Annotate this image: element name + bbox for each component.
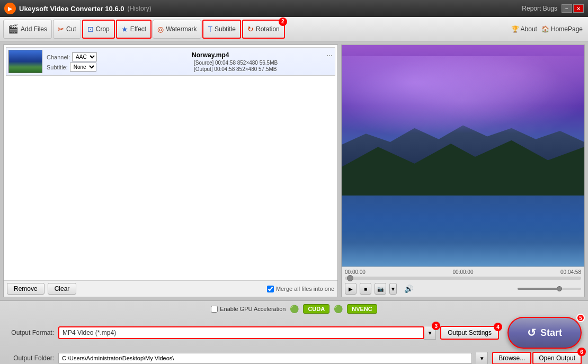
toolbar-right: 🏆 About 🏠 HomePage [511, 25, 583, 33]
progress-thumb[interactable] [347, 275, 353, 281]
crop-button[interactable]: ⊡ Crop [82, 20, 115, 39]
subtitle-button[interactable]: T Subtitle [202, 20, 241, 39]
home-icon: 🏠 [541, 25, 549, 33]
format-input[interactable] [58, 326, 424, 339]
main-content: Channel: AAC Subtitle: None Norway [0, 41, 588, 300]
about-icon: 🏆 [511, 25, 519, 33]
rotation-icon: ↻ [247, 25, 254, 33]
effect-icon: ★ [121, 25, 128, 33]
close-button[interactable]: ✕ [573, 4, 584, 13]
report-bugs-link[interactable]: Report Bugs [522, 5, 557, 12]
stop-icon: ■ [364, 286, 367, 292]
output-format-label: Output Format: [6, 329, 54, 336]
volume-icon: 🔊 [404, 285, 413, 293]
file-thumbnail [8, 50, 42, 73]
folder-badge: 6 [577, 348, 586, 356]
add-files-label: Add Files [21, 25, 47, 33]
preview-panel: 00:00:00 00:00:00 00:04:58 ▶ ■ 📷 ▼ 🔊 [341, 45, 585, 297]
subtitle-icon: T [208, 25, 212, 33]
start-button[interactable]: ↺ Start [507, 317, 582, 349]
camera-icon: 📷 [377, 286, 384, 292]
effect-label: Effect [130, 25, 146, 33]
file-name: Norway.mp4 [192, 51, 229, 59]
file-more-icon[interactable]: ··· [326, 51, 333, 59]
watermark-label: Watermark [166, 25, 197, 33]
output-settings-button[interactable]: Output Settings 4 [440, 326, 499, 340]
file-list-footer: Remove Clear Merge all files into one [4, 280, 337, 297]
file-list-area: Channel: AAC Subtitle: None Norway [4, 45, 337, 280]
file-item[interactable]: Channel: AAC Subtitle: None Norway [6, 47, 335, 76]
subtitle-select[interactable]: None [70, 63, 96, 72]
crop-label: Crop [96, 25, 110, 33]
remove-button[interactable]: Remove [7, 283, 44, 295]
rotation-badge: 2 [279, 17, 287, 26]
homepage-link[interactable]: 🏠 HomePage [541, 25, 583, 33]
stop-button[interactable]: ■ [360, 283, 371, 295]
effect-button[interactable]: ★ Effect [116, 20, 152, 39]
progress-track[interactable] [345, 277, 581, 280]
preview-controls: 00:00:00 00:00:00 00:04:58 ▶ ■ 📷 ▼ 🔊 [342, 267, 584, 297]
bottom-panel: Enable GPU Acceleration 🟢 CUDA 🟢 NVENC O… [0, 300, 588, 364]
format-badge: 3 [432, 322, 440, 330]
cut-label: Cut [66, 25, 76, 33]
rotation-label: Rotation [256, 25, 280, 33]
title-bar: ▶ Ukeysoft Video Converter 10.6.0 (Histo… [0, 0, 588, 17]
file-info: Channel: AAC Subtitle: None [47, 51, 188, 72]
channel-label: Channel: [47, 54, 70, 60]
start-label: Start [540, 327, 562, 339]
add-files-button[interactable]: 🎬 Add Files [3, 20, 52, 39]
channel-select[interactable]: AAC [72, 52, 97, 61]
watermark-icon: ◎ [157, 25, 164, 33]
clear-button[interactable]: Clear [48, 283, 77, 295]
app-icon: ▶ [4, 3, 16, 14]
app-title: Ukeysoft Video Converter 10.6.0 [19, 5, 124, 13]
watermark-button[interactable]: ◎ Watermark [153, 20, 201, 39]
folder-row: Output Folder: ▼ Browse... Open Output 6 [6, 352, 582, 364]
play-icon: ▶ [349, 286, 353, 292]
time-middle: 00:00:00 [453, 269, 474, 275]
nvidia-icon: 🟢 [290, 305, 299, 313]
about-link[interactable]: 🏆 About [511, 25, 537, 33]
camera-dropdown[interactable]: ▼ [389, 283, 397, 295]
nvenc-badge: NVENC [347, 304, 377, 314]
rotation-button[interactable]: ↻ Rotation 2 [242, 20, 285, 39]
start-refresh-icon: ↺ [527, 326, 536, 339]
file-list-panel: Channel: AAC Subtitle: None Norway [3, 45, 338, 297]
output-folder-input[interactable] [58, 353, 472, 363]
cut-icon: ✂ [58, 25, 64, 33]
cut-button[interactable]: ✂ Cut [53, 20, 81, 39]
subtitle-label-field: Subtitle: [47, 64, 68, 70]
toolbar: 🎬 Add Files ✂ Cut ⊡ Crop ★ Effect ◎ Wate… [0, 17, 588, 41]
cuda-badge: CUDA [303, 304, 329, 314]
merge-label: Merge all files into one [276, 286, 334, 292]
open-output-button[interactable]: Open Output [532, 352, 582, 364]
add-files-icon: 🎬 [8, 24, 19, 34]
browse-button[interactable]: Browse... [492, 352, 531, 364]
merge-checkbox[interactable] [267, 286, 274, 292]
folder-dropdown-button[interactable]: ▼ [476, 352, 488, 364]
volume-slider[interactable] [518, 288, 581, 290]
start-badge: 5 [576, 314, 585, 322]
minimize-button[interactable]: − [562, 4, 572, 13]
app-history: (History) [127, 5, 151, 12]
nvidia-icon2: 🟢 [334, 305, 343, 313]
time-total: 00:04:58 [560, 269, 581, 275]
preview-video [342, 45, 584, 267]
source-info: [Source] 00:04:58 852×480 56.5MB [194, 60, 333, 66]
subtitle-label: Subtitle [215, 25, 236, 33]
gpu-acceleration-checkbox[interactable] [211, 306, 218, 313]
camera-button[interactable]: 📷 [375, 283, 386, 295]
play-button[interactable]: ▶ [345, 283, 357, 295]
gpu-row: Enable GPU Acceleration 🟢 CUDA 🟢 NVENC [6, 304, 582, 314]
output-info: [Output] 00:04:58 852×480 57.5MB [194, 66, 333, 72]
crop-icon: ⊡ [87, 25, 94, 33]
time-current: 00:00:00 [345, 269, 366, 275]
gpu-acceleration-label: Enable GPU Acceleration [220, 306, 286, 312]
output-folder-label: Output Folder: [6, 354, 54, 362]
settings-badge: 4 [494, 323, 502, 331]
